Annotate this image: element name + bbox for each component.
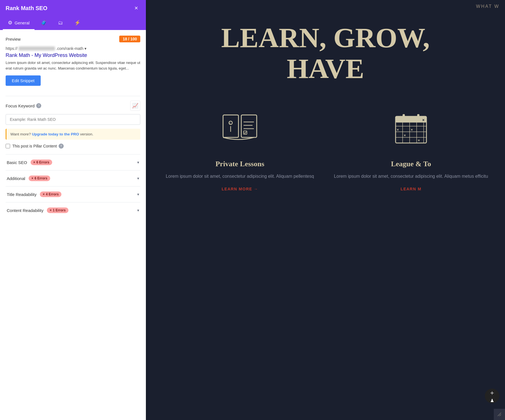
league-desc: Lorem ipsum dolor sit amet, consectetur … [334, 173, 488, 180]
hero-line1: LEARN, GROW, [157, 22, 494, 53]
additional-chevron-icon: ▾ [137, 176, 139, 181]
tab-general-label: General [15, 20, 29, 25]
svg-text:×: × [418, 138, 420, 142]
upgrade-notice: Want more? Upgrade today to the PRO vers… [6, 129, 140, 140]
tab-advanced[interactable]: ⚡ [69, 16, 86, 30]
website-background: WHAT W LEARN, GROW, HAVE i [146, 0, 505, 420]
plus-icon: ＋ [489, 389, 495, 397]
user-icon: ♟ [490, 398, 494, 403]
private-lessons-learn-more[interactable]: LEARN MORE → [222, 187, 258, 191]
calendar-icon: × × × × × [393, 111, 429, 147]
tab-general[interactable]: ⚙ General [3, 16, 35, 30]
tab-social[interactable]: 🧳 [36, 16, 52, 30]
svg-rect-10 [244, 131, 247, 134]
content-readability-x-icon: × [50, 208, 52, 212]
focus-keyword-label: Focus Keyword ? [6, 103, 41, 108]
preview-label: Preview [6, 37, 20, 41]
svg-rect-14 [417, 114, 419, 119]
title-readability-x-icon: × [43, 192, 45, 196]
upgrade-suffix: version. [80, 132, 93, 136]
corner-resize-handle[interactable] [494, 409, 505, 420]
basic-seo-section[interactable]: Basic SEO × 6 Errors ▾ [6, 154, 140, 170]
title-readability-error-count: 4 Errors [46, 192, 59, 196]
svg-line-28 [499, 414, 501, 416]
additional-section[interactable]: Additional × 6 Errors ▾ [6, 170, 140, 186]
panel-header: Rank Math SEO × [0, 0, 146, 16]
svg-rect-13 [403, 114, 405, 119]
url-dropdown-icon[interactable]: ▾ [84, 46, 86, 51]
svg-text:×: × [422, 118, 424, 122]
additional-error-count: 6 Errors [35, 176, 47, 180]
title-readability-left: Title Readability × 4 Errors [7, 191, 61, 197]
basic-seo-x-icon: × [33, 160, 35, 164]
svg-text:×: × [404, 133, 406, 137]
additional-error-badge: × 6 Errors [29, 176, 50, 181]
preview-description: Lorem ipsum dolor sit amet, consectetur … [6, 60, 140, 71]
preview-url: https:// .com/rank-math ▾ [6, 46, 140, 51]
basic-seo-left: Basic SEO × 6 Errors [7, 160, 52, 165]
url-prefix: https:// [6, 46, 17, 51]
schema-icon: 🗂 [58, 20, 63, 26]
content-readability-error-count: 1 Errors [53, 208, 66, 212]
content-readability-label: Content Readability [7, 208, 43, 213]
content-readability-error-badge: × 1 Errors [47, 207, 68, 213]
divider-1 [6, 96, 140, 96]
share-icon: ⚡ [74, 20, 81, 26]
basic-seo-chevron-icon: ▾ [137, 160, 139, 165]
book-icon: i [220, 109, 260, 149]
tab-schema[interactable]: 🗂 [53, 16, 68, 30]
league-icon-area: × × × × × [389, 107, 433, 151]
title-readability-chevron-icon: ▾ [137, 192, 139, 197]
preview-title[interactable]: Rank Math - My WordPress Website [6, 52, 140, 58]
feature-league: × × × × × League & To Lorem ipsum dolor … [334, 107, 488, 191]
resize-icon [497, 412, 502, 417]
hero-headline: LEARN, GROW, HAVE [157, 22, 494, 84]
basic-seo-error-count: 6 Errors [36, 160, 49, 164]
svg-line-27 [498, 413, 501, 416]
hero-line2: HAVE [157, 53, 494, 84]
edit-snippet-button[interactable]: Edit Snippet [6, 75, 41, 86]
content-readability-section[interactable]: Content Readability × 1 Errors ▾ [6, 202, 140, 218]
score-badge: 18 / 100 [119, 36, 140, 42]
panel-tabs: ⚙ General 🧳 🗂 ⚡ [0, 16, 146, 30]
focus-keyword-help-icon[interactable]: ? [36, 103, 41, 108]
basic-seo-error-badge: × 6 Errors [31, 160, 52, 165]
close-button[interactable]: × [132, 4, 140, 12]
pillar-content-checkbox[interactable] [6, 144, 10, 148]
svg-rect-12 [396, 116, 426, 123]
trend-button[interactable]: 📈 [130, 101, 140, 111]
preview-header: Preview 18 / 100 [6, 36, 140, 42]
panel-title: Rank Math SEO [6, 5, 47, 11]
basic-seo-label: Basic SEO [7, 160, 27, 165]
feature-private-lessons: i Private Lessons Lorem ipsum dolor sit … [163, 107, 317, 191]
title-readability-error-badge: × 4 Errors [40, 191, 61, 197]
league-title: League & To [391, 160, 431, 168]
additional-label: Additional [7, 176, 25, 181]
pillar-content-row: This post is Pillar Content ? [6, 144, 140, 149]
additional-left: Additional × 6 Errors [7, 176, 50, 181]
upgrade-link[interactable]: Upgrade today to the PRO [32, 132, 79, 136]
league-learn-more[interactable]: LEARN M [401, 187, 421, 191]
svg-text:i: i [230, 122, 231, 124]
private-lessons-desc: Lorem ipsum dolor sit amet, consectetur … [166, 173, 314, 180]
upgrade-prefix: Want more? [10, 132, 31, 136]
trend-chart-icon: 📈 [132, 103, 138, 109]
gear-icon: ⚙ [8, 20, 12, 26]
private-lessons-title: Private Lessons [215, 160, 264, 168]
svg-point-4 [229, 121, 232, 124]
panel-content: Preview 18 / 100 https:// .com/rank-math… [0, 30, 146, 420]
floating-action-button[interactable]: ＋ ♟ [485, 389, 499, 403]
svg-text:×: × [397, 128, 399, 132]
hero-section: LEARN, GROW, HAVE [146, 11, 505, 84]
title-readability-section[interactable]: Title Readability × 4 Errors ▾ [6, 186, 140, 202]
focus-keyword-input[interactable] [6, 114, 140, 125]
content-readability-left: Content Readability × 1 Errors [7, 207, 68, 213]
pillar-help-icon[interactable]: ? [59, 144, 64, 149]
additional-x-icon: × [31, 176, 33, 180]
private-lessons-icon-area: i [217, 107, 262, 151]
url-blur [19, 47, 55, 50]
title-readability-label: Title Readability [7, 192, 36, 197]
url-suffix: .com/rank-math [56, 46, 83, 51]
pillar-content-label: This post is Pillar Content ? [12, 144, 64, 149]
briefcase-icon: 🧳 [41, 20, 47, 26]
